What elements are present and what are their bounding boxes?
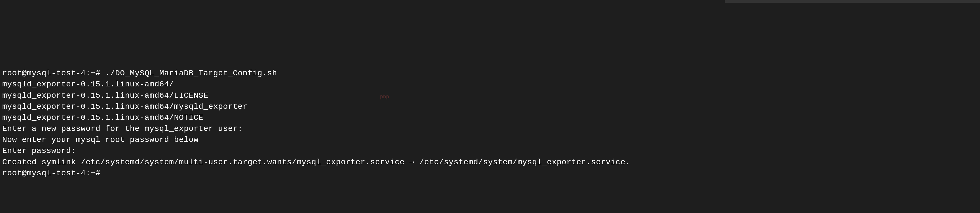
terminal-output[interactable]: root@mysql-test-4:~# ./DO_MySQL_MariaDB_… xyxy=(2,68,978,179)
output-line-5: Enter a new password for the mysql_expor… xyxy=(2,124,243,133)
prompt-1: root@mysql-test-4:~# xyxy=(2,69,105,77)
command-1: ./DO_MySQL_MariaDB_Target_Config.sh xyxy=(105,69,277,77)
tab-bar xyxy=(725,0,980,3)
output-line-8: Created symlink /etc/systemd/system/mult… xyxy=(2,158,630,167)
prompt-2: root@mysql-test-4:~# xyxy=(2,169,105,178)
watermark: php xyxy=(380,93,389,101)
prompt-line-1: root@mysql-test-4:~# ./DO_MySQL_MariaDB_… xyxy=(2,69,277,77)
output-line-1: mysqld_exporter-0.15.1.linux-amd64/ xyxy=(2,80,174,89)
output-line-6: Now enter your mysql root password below xyxy=(2,136,199,144)
output-line-2: mysqld_exporter-0.15.1.linux-amd64/LICEN… xyxy=(2,91,208,100)
output-line-4: mysqld_exporter-0.15.1.linux-amd64/NOTIC… xyxy=(2,113,203,122)
output-line-3: mysqld_exporter-0.15.1.linux-amd64/mysql… xyxy=(2,102,248,111)
output-line-7: Enter password: xyxy=(2,147,76,155)
prompt-line-2: root@mysql-test-4:~# xyxy=(2,169,105,178)
